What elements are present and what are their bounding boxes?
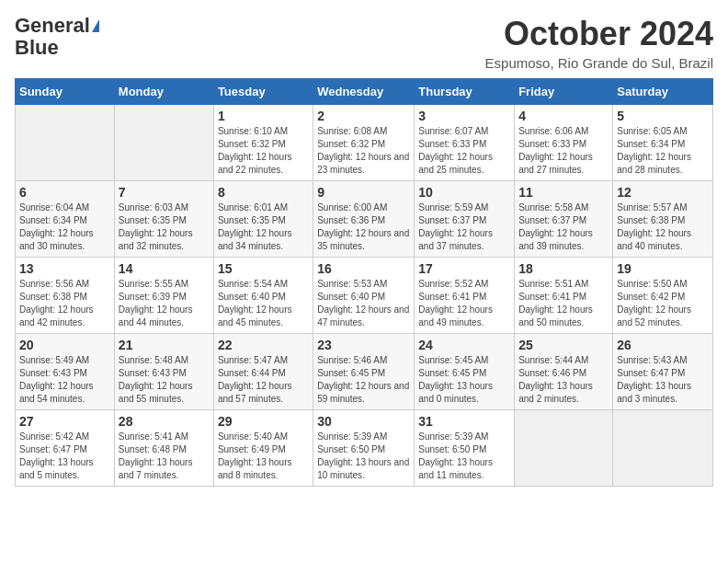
week-row-2: 6Sunrise: 6:04 AM Sunset: 6:34 PM Daylig… [16,181,713,258]
day-detail: Sunrise: 5:42 AM Sunset: 6:47 PM Dayligh… [19,431,110,482]
logo: General Blue [15,15,99,59]
day-detail: Sunrise: 5:46 AM Sunset: 6:45 PM Dayligh… [317,354,410,406]
week-row-4: 20Sunrise: 5:49 AM Sunset: 6:43 PM Dayli… [16,334,713,410]
day-cell: 27Sunrise: 5:42 AM Sunset: 6:47 PM Dayli… [16,410,115,487]
day-number: 16 [317,261,410,276]
day-cell [613,410,713,487]
day-detail: Sunrise: 5:47 AM Sunset: 6:44 PM Dayligh… [218,354,309,406]
day-number: 15 [218,261,309,276]
day-cell: 28Sunrise: 5:41 AM Sunset: 6:48 PM Dayli… [114,410,213,487]
day-cell [114,105,213,181]
day-number: 26 [617,338,709,352]
week-row-3: 13Sunrise: 5:56 AM Sunset: 6:38 PM Dayli… [16,258,713,334]
day-cell: 30Sunrise: 5:39 AM Sunset: 6:50 PM Dayli… [313,410,415,487]
day-number: 9 [317,185,410,200]
col-header-monday: Monday [114,79,213,105]
day-number: 6 [19,185,110,200]
day-cell: 9Sunrise: 6:00 AM Sunset: 6:36 PM Daylig… [313,181,415,258]
col-header-friday: Friday [515,79,613,105]
day-cell: 13Sunrise: 5:56 AM Sunset: 6:38 PM Dayli… [16,258,115,334]
location: Espumoso, Rio Grande do Sul, Brazil [485,55,713,71]
day-detail: Sunrise: 5:43 AM Sunset: 6:47 PM Dayligh… [617,354,709,406]
day-number: 23 [317,338,410,352]
day-detail: Sunrise: 5:58 AM Sunset: 6:37 PM Dayligh… [518,201,609,253]
day-detail: Sunrise: 5:54 AM Sunset: 6:40 PM Dayligh… [218,278,309,329]
day-cell: 19Sunrise: 5:50 AM Sunset: 6:42 PM Dayli… [613,258,713,334]
day-cell: 1Sunrise: 6:10 AM Sunset: 6:32 PM Daylig… [213,105,313,181]
day-cell: 11Sunrise: 5:58 AM Sunset: 6:37 PM Dayli… [515,181,613,258]
day-cell: 16Sunrise: 5:53 AM Sunset: 6:40 PM Dayli… [313,258,415,334]
logo-text: General [15,15,90,37]
col-header-wednesday: Wednesday [313,79,415,105]
day-detail: Sunrise: 5:57 AM Sunset: 6:38 PM Dayligh… [617,201,709,253]
day-detail: Sunrise: 6:08 AM Sunset: 6:32 PM Dayligh… [317,125,410,177]
day-number: 31 [418,414,510,429]
day-number: 28 [119,414,210,429]
header-row: SundayMondayTuesdayWednesdayThursdayFrid… [16,79,713,105]
day-detail: Sunrise: 6:10 AM Sunset: 6:32 PM Dayligh… [218,125,309,177]
day-cell: 20Sunrise: 5:49 AM Sunset: 6:43 PM Dayli… [16,334,115,410]
day-cell: 8Sunrise: 6:01 AM Sunset: 6:35 PM Daylig… [213,181,313,258]
calendar-table: SundayMondayTuesdayWednesdayThursdayFrid… [15,78,713,487]
day-detail: Sunrise: 5:59 AM Sunset: 6:37 PM Dayligh… [418,201,510,253]
title-block: October 2024 Espumoso, Rio Grande do Sul… [485,15,713,71]
day-detail: Sunrise: 6:07 AM Sunset: 6:33 PM Dayligh… [418,125,510,177]
day-cell: 14Sunrise: 5:55 AM Sunset: 6:39 PM Dayli… [114,258,213,334]
day-number: 14 [119,261,210,276]
day-detail: Sunrise: 6:06 AM Sunset: 6:33 PM Dayligh… [518,125,609,177]
day-number: 30 [317,414,410,429]
day-cell: 17Sunrise: 5:52 AM Sunset: 6:41 PM Dayli… [415,258,515,334]
day-number: 5 [617,109,709,123]
day-detail: Sunrise: 5:48 AM Sunset: 6:43 PM Dayligh… [119,354,210,406]
day-detail: Sunrise: 6:03 AM Sunset: 6:35 PM Dayligh… [119,201,210,253]
day-cell [515,410,613,487]
day-detail: Sunrise: 5:50 AM Sunset: 6:42 PM Dayligh… [617,278,709,329]
day-detail: Sunrise: 6:01 AM Sunset: 6:35 PM Dayligh… [218,201,309,253]
day-detail: Sunrise: 6:04 AM Sunset: 6:34 PM Dayligh… [19,201,110,253]
day-detail: Sunrise: 5:55 AM Sunset: 6:39 PM Dayligh… [119,278,210,329]
day-detail: Sunrise: 5:53 AM Sunset: 6:40 PM Dayligh… [317,278,410,329]
day-number: 10 [418,185,510,200]
col-header-tuesday: Tuesday [213,79,313,105]
day-cell: 4Sunrise: 6:06 AM Sunset: 6:33 PM Daylig… [515,105,613,181]
day-number: 27 [19,414,110,429]
day-cell [16,105,115,181]
day-cell: 7Sunrise: 6:03 AM Sunset: 6:35 PM Daylig… [114,181,213,258]
day-number: 22 [218,338,309,352]
day-cell: 24Sunrise: 5:45 AM Sunset: 6:45 PM Dayli… [415,334,515,410]
day-number: 8 [218,185,309,200]
logo-triangle-icon [92,19,99,32]
day-number: 17 [418,261,510,276]
day-cell: 6Sunrise: 6:04 AM Sunset: 6:34 PM Daylig… [16,181,115,258]
day-detail: Sunrise: 5:52 AM Sunset: 6:41 PM Dayligh… [418,278,510,329]
day-cell: 15Sunrise: 5:54 AM Sunset: 6:40 PM Dayli… [213,258,313,334]
day-number: 25 [518,338,609,352]
day-cell: 22Sunrise: 5:47 AM Sunset: 6:44 PM Dayli… [213,334,313,410]
day-number: 13 [19,261,110,276]
day-number: 11 [518,185,609,200]
day-cell: 10Sunrise: 5:59 AM Sunset: 6:37 PM Dayli… [415,181,515,258]
day-number: 29 [218,414,309,429]
day-cell: 2Sunrise: 6:08 AM Sunset: 6:32 PM Daylig… [313,105,415,181]
day-number: 12 [617,185,709,200]
day-number: 4 [518,109,609,123]
day-number: 19 [617,261,709,276]
day-cell: 25Sunrise: 5:44 AM Sunset: 6:46 PM Dayli… [515,334,613,410]
day-cell: 26Sunrise: 5:43 AM Sunset: 6:47 PM Dayli… [613,334,713,410]
col-header-thursday: Thursday [415,79,515,105]
day-number: 21 [119,338,210,352]
day-detail: Sunrise: 5:51 AM Sunset: 6:41 PM Dayligh… [518,278,609,329]
day-number: 7 [119,185,210,200]
page-header: General Blue October 2024 Espumoso, Rio … [15,15,713,71]
day-cell: 31Sunrise: 5:39 AM Sunset: 6:50 PM Dayli… [415,410,515,487]
day-detail: Sunrise: 5:56 AM Sunset: 6:38 PM Dayligh… [19,278,110,329]
day-detail: Sunrise: 6:05 AM Sunset: 6:34 PM Dayligh… [617,125,709,177]
day-cell: 23Sunrise: 5:46 AM Sunset: 6:45 PM Dayli… [313,334,415,410]
day-detail: Sunrise: 5:49 AM Sunset: 6:43 PM Dayligh… [19,354,110,406]
day-number: 20 [19,338,110,352]
day-detail: Sunrise: 5:39 AM Sunset: 6:50 PM Dayligh… [418,431,510,482]
col-header-sunday: Sunday [16,79,115,105]
day-cell: 21Sunrise: 5:48 AM Sunset: 6:43 PM Dayli… [114,334,213,410]
day-detail: Sunrise: 5:41 AM Sunset: 6:48 PM Dayligh… [119,431,210,482]
logo-blue-text: Blue [15,37,59,59]
